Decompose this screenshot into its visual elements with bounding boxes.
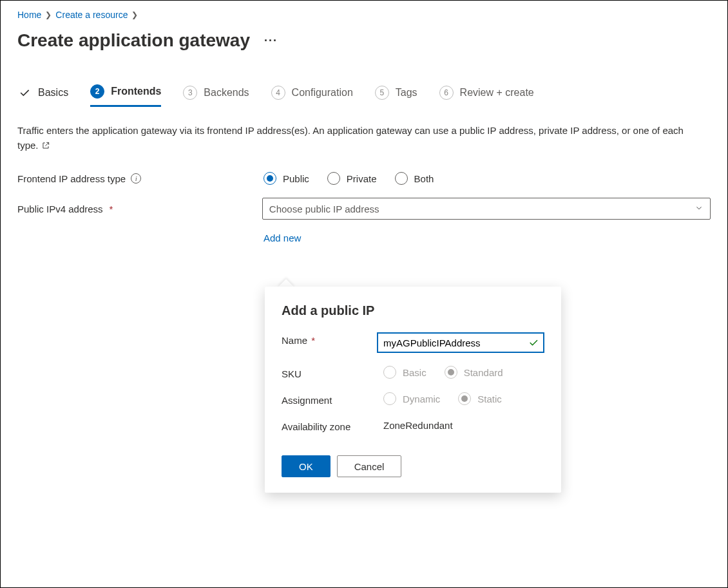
add-public-ip-callout: Add a public IP Name * SKU Basic <box>265 287 561 493</box>
breadcrumb: Home ❯ Create a resource ❯ <box>17 10 711 20</box>
chevron-right-icon: ❯ <box>45 10 52 19</box>
breadcrumb-home[interactable]: Home <box>17 10 41 20</box>
radio-sku-standard: Standard <box>445 366 503 379</box>
tab-tags[interactable]: 5 Tags <box>375 86 417 106</box>
tab-review-create[interactable]: 6 Review + create <box>439 86 534 106</box>
page-title: Create application gateway ··· <box>17 30 711 51</box>
step-number-icon: 2 <box>90 84 104 99</box>
availability-zone-label: Availability zone <box>282 419 383 432</box>
breadcrumb-create-resource[interactable]: Create a resource <box>55 10 128 20</box>
step-number-icon: 4 <box>271 86 285 100</box>
radio-public[interactable]: Public <box>263 172 309 185</box>
name-input[interactable] <box>377 332 544 353</box>
ok-button[interactable]: OK <box>282 455 330 477</box>
tab-basics[interactable]: Basics <box>17 86 68 106</box>
tab-backends[interactable]: 3 Backends <box>183 86 249 106</box>
radio-both[interactable]: Both <box>395 172 434 185</box>
external-link-icon[interactable] <box>41 140 50 155</box>
page-title-text: Create application gateway <box>17 30 250 51</box>
tab-configuration[interactable]: 4 Configuration <box>271 86 353 106</box>
tab-label: Frontends <box>111 86 161 97</box>
step-number-icon: 3 <box>183 86 197 100</box>
public-ip-select[interactable]: Choose public IP address <box>262 198 711 220</box>
more-actions-icon[interactable]: ··· <box>264 34 278 48</box>
public-ip-label: Public IPv4 address* <box>17 204 262 214</box>
radio-private[interactable]: Private <box>327 172 377 185</box>
radio-assignment-dynamic: Dynamic <box>383 392 440 405</box>
add-new-link[interactable]: Add new <box>263 232 301 243</box>
name-label: Name * <box>282 332 377 346</box>
tab-label: Backends <box>204 87 249 99</box>
tab-label: Review + create <box>460 87 534 99</box>
public-ip-select-value: Choose public IP address <box>269 204 379 214</box>
tabs: Basics 2 Frontends 3 Backends 4 Configur… <box>17 84 711 107</box>
tab-label: Tags <box>396 87 417 99</box>
check-icon <box>528 337 539 350</box>
tab-label: Configuration <box>292 87 353 99</box>
tab-label: Basics <box>38 87 68 99</box>
frontend-ip-type-radios: Public Private Both <box>263 172 434 185</box>
cancel-button[interactable]: Cancel <box>337 455 402 477</box>
tab-frontends[interactable]: 2 Frontends <box>90 84 161 107</box>
chevron-down-icon <box>694 204 704 214</box>
availability-zone-value: ZoneRedundant <box>383 419 544 431</box>
radio-assignment-static: Static <box>458 392 502 405</box>
check-icon <box>17 86 32 100</box>
frontend-form: Frontend IP address type i Public Privat… <box>17 172 711 243</box>
step-number-icon: 6 <box>439 86 454 100</box>
frontend-ip-type-label: Frontend IP address type i <box>17 173 263 184</box>
info-icon[interactable]: i <box>131 173 141 184</box>
assignment-label: Assignment <box>282 392 383 406</box>
step-number-icon: 5 <box>375 86 389 100</box>
chevron-right-icon: ❯ <box>131 10 138 19</box>
radio-sku-basic: Basic <box>383 366 426 379</box>
description-text: Traffic enters the application gateway v… <box>17 124 700 154</box>
callout-title: Add a public IP <box>282 303 544 318</box>
sku-label: SKU <box>282 366 383 379</box>
